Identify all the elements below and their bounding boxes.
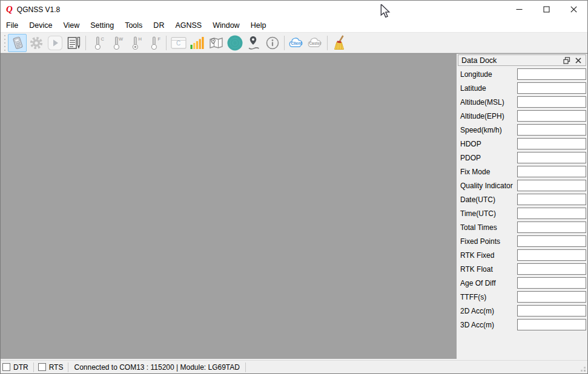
signal-view-button[interactable]: [188, 34, 206, 52]
broom-icon: [332, 34, 348, 51]
menu-item-setting[interactable]: Setting: [85, 19, 119, 31]
menu-item-dr[interactable]: DR: [148, 19, 170, 31]
dock-field-row: 2D Acc(m): [460, 305, 586, 317]
dock-float-button[interactable]: [562, 56, 572, 65]
menu-item-agnss[interactable]: AGNSS: [170, 19, 207, 31]
menu-item-tools[interactable]: Tools: [119, 19, 148, 31]
menu-item-view[interactable]: View: [58, 19, 85, 31]
console-window-letter: C: [170, 40, 187, 47]
quectel-logo-icon: Q: [6, 4, 13, 15]
window-resize-grip[interactable]: [578, 364, 586, 372]
dock-field-row: Total Times: [460, 221, 586, 233]
dock-field-input-time-utc[interactable]: [517, 208, 586, 219]
dock-field-input-age-of-diff[interactable]: [517, 277, 586, 289]
cold-start-letter: C: [101, 36, 104, 42]
ntrip-caster-button[interactable]: Caster: [306, 34, 325, 52]
warm-start-button[interactable]: W: [107, 34, 126, 52]
dtr-checkbox[interactable]: [2, 363, 10, 371]
dock-field-row: Longitude: [460, 68, 586, 80]
dock-field-input-speed-km-h[interactable]: [517, 124, 586, 136]
window-title: QGNSS V1.8: [17, 5, 60, 14]
settings-button[interactable]: [27, 34, 45, 52]
data-dock-panel: Data Dock LongitudeLatitudeAltitude(MSL)…: [457, 54, 587, 360]
clear-button[interactable]: [330, 34, 349, 52]
menu-item-help[interactable]: Help: [245, 19, 272, 31]
dock-field-label: Quality Indicator: [460, 182, 517, 190]
console-window-button[interactable]: C: [169, 34, 188, 52]
pin-route-icon: [246, 35, 262, 51]
info-icon: [265, 35, 280, 51]
dock-field-input-longitude[interactable]: [517, 68, 586, 80]
dock-close-button[interactable]: [573, 56, 583, 65]
map-view-button[interactable]: [206, 34, 225, 52]
dock-field-input-2d-acc-m[interactable]: [517, 305, 586, 317]
dock-close-icon: [575, 57, 581, 64]
dock-field-input-3d-acc-m[interactable]: [517, 319, 586, 330]
minimize-icon: [516, 6, 523, 13]
main-area: Data Dock LongitudeLatitudeAltitude(MSL)…: [1, 53, 587, 360]
dock-field-row: HDOP: [460, 138, 586, 149]
menu-bar: FileDeviceViewSettingToolsDRAGNSSWindowH…: [1, 18, 587, 32]
rts-checkbox[interactable]: [38, 363, 46, 371]
dock-field-input-altitude-eph[interactable]: [517, 110, 586, 122]
toolbar-separator: [327, 36, 328, 50]
dock-field-input-ttff-s[interactable]: [517, 291, 586, 303]
info-button[interactable]: [263, 34, 282, 52]
dock-field-row: Fixed Points: [460, 235, 586, 247]
dock-field-input-rtk-float[interactable]: [517, 263, 586, 275]
dock-field-input-hdop[interactable]: [517, 138, 586, 149]
dock-field-label: Fix Mode: [460, 168, 517, 176]
factory-start-letter: F: [157, 36, 160, 42]
data-dock-header: Data Dock: [458, 54, 586, 66]
dock-field-input-latitude[interactable]: [517, 82, 586, 94]
dock-field-label: Altitude(EPH): [460, 112, 517, 120]
maximize-button[interactable]: [533, 1, 560, 18]
dock-field-input-altitude-msl[interactable]: [517, 96, 586, 108]
toolbar-grip-handle[interactable]: [3, 35, 7, 51]
dock-field-label: PDOP: [460, 154, 517, 162]
dock-field-label: RTK Fixed: [460, 251, 517, 260]
dock-field-label: Speed(km/h): [460, 126, 517, 134]
cold-start-button[interactable]: C: [88, 34, 107, 52]
close-icon: [570, 6, 577, 13]
toolbar-separator: [284, 36, 285, 50]
dock-field-row: Altitude(EPH): [460, 110, 586, 122]
dock-field-row: RTK Fixed: [460, 249, 586, 261]
dock-field-row: TTFF(s): [460, 291, 586, 303]
deviation-map-button[interactable]: [244, 34, 263, 52]
toolbar-separator: [166, 36, 167, 50]
log-edit-button[interactable]: [64, 34, 83, 52]
signal-bars-icon: [190, 36, 205, 50]
dock-field-label: Latitude: [460, 84, 517, 93]
dock-field-row: Altitude(MSL): [460, 96, 586, 108]
toolbar: C W H F: [1, 32, 587, 53]
dock-field-input-quality-indicator[interactable]: [517, 180, 586, 191]
minimize-button[interactable]: [506, 1, 533, 18]
dock-field-input-total-times[interactable]: [517, 221, 586, 233]
menu-item-window[interactable]: Window: [207, 19, 245, 31]
dock-field-input-fixed-points[interactable]: [517, 235, 586, 247]
play-button[interactable]: [45, 34, 64, 52]
factory-start-button[interactable]: F: [145, 34, 164, 52]
dock-field-input-fix-mode[interactable]: [517, 166, 586, 177]
menu-item-device[interactable]: Device: [24, 19, 58, 31]
dock-field-input-date-utc[interactable]: [517, 194, 586, 205]
dock-field-input-pdop[interactable]: [517, 152, 586, 163]
title-bar: Q QGNSS V1.8: [1, 1, 587, 18]
dock-field-row: Age Of Diff: [460, 277, 586, 289]
ntrip-client-button[interactable]: Client: [287, 34, 306, 52]
dock-field-label: 2D Acc(m): [460, 307, 517, 315]
connect-device-button[interactable]: [8, 34, 27, 52]
rts-section: RTS: [34, 361, 68, 373]
dock-field-input-rtk-fixed[interactable]: [517, 249, 586, 261]
warm-start-letter: W: [119, 36, 123, 42]
menu-item-file[interactable]: File: [1, 19, 24, 31]
sky-view-button[interactable]: [225, 34, 244, 52]
close-button[interactable]: [560, 1, 587, 18]
dock-field-row: RTK Float: [460, 263, 586, 275]
dock-field-row: 3D Acc(m): [460, 319, 586, 330]
hot-start-button[interactable]: H: [126, 34, 145, 52]
dock-field-row: Date(UTC): [460, 194, 586, 205]
dock-field-row: Quality Indicator: [460, 180, 586, 191]
connection-status-text: Connected to COM13 : 115200 | Module: LG…: [68, 363, 245, 372]
